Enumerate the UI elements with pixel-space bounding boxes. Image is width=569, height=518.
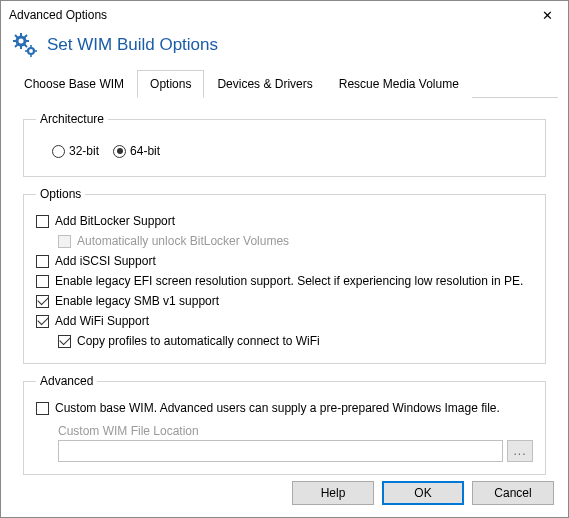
- architecture-group: Architecture 32-bit 64-bit: [23, 112, 546, 177]
- svg-line-6: [25, 45, 28, 48]
- checkbox-wifi-label: Add WiFi Support: [55, 314, 149, 328]
- browse-button[interactable]: ...: [507, 440, 533, 462]
- checkbox-bitlocker-auto: [58, 235, 71, 248]
- radio-64bit[interactable]: 64-bit: [113, 144, 160, 158]
- checkbox-custom-wim-label: Custom base WIM. Advanced users can supp…: [55, 401, 500, 415]
- tab-content: Architecture 32-bit 64-bit Options Add B…: [1, 98, 568, 495]
- help-button[interactable]: Help: [292, 481, 374, 505]
- svg-point-9: [28, 48, 34, 54]
- checkbox-iscsi[interactable]: [36, 255, 49, 268]
- tab-devices-drivers[interactable]: Devices & Drivers: [204, 70, 325, 98]
- tab-options[interactable]: Options: [137, 70, 204, 98]
- custom-wim-location-label: Custom WIM File Location: [58, 424, 533, 438]
- svg-line-7: [15, 45, 18, 48]
- ok-button[interactable]: OK: [382, 481, 464, 505]
- svg-point-0: [17, 37, 25, 45]
- custom-wim-location-input[interactable]: [58, 440, 503, 462]
- checkbox-legacy-smb[interactable]: [36, 295, 49, 308]
- checkbox-legacy-smb-label: Enable legacy SMB v1 support: [55, 294, 219, 308]
- checkbox-legacy-efi[interactable]: [36, 275, 49, 288]
- checkbox-bitlocker-label: Add BitLocker Support: [55, 214, 175, 228]
- advanced-group: Advanced Custom base WIM. Advanced users…: [23, 374, 546, 475]
- radio-32bit[interactable]: 32-bit: [52, 144, 99, 158]
- options-legend: Options: [36, 187, 85, 201]
- checkbox-wifi-copy-label: Copy profiles to automatically connect t…: [77, 334, 320, 348]
- close-icon: ✕: [542, 8, 553, 23]
- checkbox-custom-wim[interactable]: [36, 402, 49, 415]
- header: Set WIM Build Options: [1, 29, 568, 69]
- radio-icon: [52, 145, 65, 158]
- svg-line-8: [25, 35, 28, 38]
- tab-rescue-media-volume[interactable]: Rescue Media Volume: [326, 70, 472, 98]
- window-title: Advanced Options: [9, 8, 107, 22]
- checkbox-bitlocker[interactable]: [36, 215, 49, 228]
- checkbox-bitlocker-auto-label: Automatically unlock BitLocker Volumes: [77, 234, 289, 248]
- architecture-legend: Architecture: [36, 112, 108, 126]
- radio-64bit-label: 64-bit: [130, 144, 160, 158]
- checkbox-wifi[interactable]: [36, 315, 49, 328]
- close-button[interactable]: ✕: [526, 1, 568, 29]
- gears-icon: [11, 31, 39, 59]
- dialog-buttons: Help OK Cancel: [292, 481, 554, 505]
- titlebar: Advanced Options ✕: [1, 1, 568, 29]
- tab-choose-base-wim[interactable]: Choose Base WIM: [11, 70, 137, 98]
- checkbox-legacy-efi-label: Enable legacy EFI screen resolution supp…: [55, 274, 523, 288]
- radio-icon: [113, 145, 126, 158]
- advanced-legend: Advanced: [36, 374, 97, 388]
- checkbox-wifi-copy[interactable]: [58, 335, 71, 348]
- checkbox-iscsi-label: Add iSCSI Support: [55, 254, 156, 268]
- tab-bar: Choose Base WIM Options Devices & Driver…: [11, 69, 558, 98]
- radio-32bit-label: 32-bit: [69, 144, 99, 158]
- options-group: Options Add BitLocker Support Automatica…: [23, 187, 546, 364]
- header-title: Set WIM Build Options: [47, 35, 218, 55]
- cancel-button[interactable]: Cancel: [472, 481, 554, 505]
- svg-line-5: [15, 35, 18, 38]
